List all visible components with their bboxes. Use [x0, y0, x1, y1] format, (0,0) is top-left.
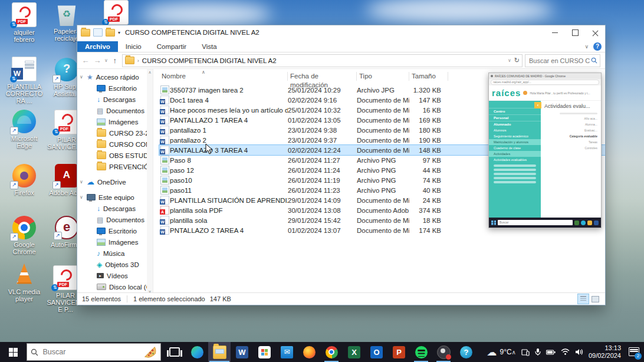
explorer-search-box[interactable]	[525, 54, 600, 67]
preview-menu-item[interactable]: Matriculación y alumnos	[489, 139, 541, 145]
breadcrumb[interactable]: CURSO COMPETENCIA DIGITAL NIVEL A2	[142, 57, 505, 64]
sidebar-item-curso-23-24-ma[interactable]: CURSO 23-24 MA	[77, 127, 153, 139]
start-button[interactable]	[0, 342, 27, 362]
sidebar-item-objetos-3d[interactable]: ◈Objetos 3D	[77, 259, 153, 270]
expand-ribbon-icon[interactable]: ∨	[584, 44, 589, 50]
desktop-icon[interactable]: ⇅alquiler febrero	[5, 2, 44, 43]
taskbar-clock[interactable]: 13:13 09/02/2024	[589, 344, 621, 360]
preview-field-label: Controles	[546, 146, 597, 150]
sidebar-item-escritorio[interactable]: Escritorio	[77, 83, 153, 94]
column-header-name[interactable]: Nombre ∧	[159, 72, 288, 81]
preview-menu-item[interactable]: Actividades	[489, 151, 541, 157]
preview-menu-item[interactable]: Actividades evaluables	[489, 157, 541, 163]
sidebar-item-documentos[interactable]: ▤Documentos	[77, 105, 153, 116]
sidebar-item-im-genes[interactable]: Imágenes	[77, 116, 153, 127]
preview-menu-item[interactable]: Centro	[489, 108, 541, 114]
thumbnails-view-button[interactable]	[590, 294, 600, 304]
shortcut-arrow-icon: ↗	[10, 280, 18, 288]
forward-icon[interactable]: →	[93, 56, 102, 65]
maximize-button[interactable]	[565, 25, 585, 40]
battery-icon[interactable]	[546, 349, 556, 356]
taskbar-app-hp-support[interactable]: ?	[455, 342, 477, 362]
taskbar-app-obs[interactable]	[432, 342, 455, 362]
taskbar-app-spotify[interactable]	[410, 342, 432, 362]
explorer-titlebar[interactable]: ▾ CURSO COMPETENCIA DIGITAL NIVEL A2	[77, 25, 605, 40]
sidebar-item-descargas[interactable]: ↓Descargas	[77, 203, 153, 214]
taskbar-search-box[interactable]	[27, 343, 162, 361]
back-icon[interactable]: ←	[81, 56, 90, 65]
navpane-scrollbar[interactable]: ∧ ∨	[147, 69, 153, 295]
taskbar-app-mail[interactable]: ✉	[275, 342, 298, 362]
desktop-icon[interactable]: ↗Google Chrome	[5, 216, 44, 255]
taskbar-app-edge[interactable]	[186, 342, 208, 362]
help-icon[interactable]: ?	[593, 42, 602, 51]
sidebar-item-disco-local-c-[interactable]: Disco local (C:)	[77, 281, 153, 292]
status-bar: 15 elementos 1 elemento seleccionado 147…	[77, 292, 605, 305]
preview-menu-item[interactable]: Seguimiento académico	[489, 133, 541, 139]
sidebar-item-escritorio[interactable]: Escritorio	[77, 225, 153, 236]
qat-dropdown-icon[interactable]: ▾	[118, 30, 120, 35]
details-view-button[interactable]	[578, 294, 589, 304]
taskbar-app-outlook[interactable]: O	[365, 342, 387, 362]
taskbar-app-word[interactable]: W	[231, 342, 253, 362]
wifi-icon[interactable]	[561, 348, 570, 356]
taskbar-search-input[interactable]	[42, 347, 141, 357]
sidebar-section-onedrive[interactable]: ∨☁OneDrive	[77, 176, 153, 187]
file-type: Archivo JPG	[357, 87, 409, 94]
close-button[interactable]	[585, 25, 605, 40]
tablet-icon[interactable]	[521, 348, 530, 356]
refresh-icon[interactable]: ↻	[514, 57, 520, 64]
sidebar-item-documentos[interactable]: ▤Documentos	[77, 214, 153, 225]
weather-widget[interactable]: ☁ 9°C	[487, 347, 511, 357]
tray-expand-icon[interactable]: ∧	[512, 349, 516, 356]
address-dropdown-icon[interactable]: ∨	[508, 58, 511, 63]
sidebar-item-m-sica[interactable]: ♪Música	[77, 248, 153, 259]
expander-icon[interactable]: ∨	[80, 195, 83, 200]
volume-icon[interactable]	[575, 348, 583, 356]
column-header-size[interactable]: Tamaño	[409, 72, 448, 81]
desktop-icon[interactable]: ⇅PLANTILLA CORRECTORA ...	[5, 57, 44, 104]
sidebar-item-im-genes[interactable]: Imágenes	[77, 236, 153, 248]
taskbar-app-powerpoint[interactable]: P	[387, 342, 410, 362]
taskbar-app-excel[interactable]: X	[343, 342, 365, 362]
taskbar-app-explorer[interactable]	[208, 342, 231, 362]
desktop-icon[interactable]: ↗VLC media player	[5, 263, 44, 302]
tab-compartir[interactable]: Compartir	[149, 41, 194, 52]
expander-icon[interactable]: ∨	[80, 179, 83, 185]
sidebar-item-descargas[interactable]: ↓Descargas	[77, 94, 153, 105]
desktop-icon[interactable]: ↗Microsoft Edge	[5, 110, 44, 149]
explorer-search-input[interactable]	[528, 57, 591, 65]
preview-menu-item[interactable]: Personal	[489, 114, 541, 121]
sidebar-item-curso-compet[interactable]: CURSO COMPET	[77, 139, 153, 150]
sidebar-item-prevenci-n-de[interactable]: PREVENCIÓN DE	[77, 161, 153, 172]
sidebar-section-acceso-r-pido[interactable]: ∨★Acceso rápido	[77, 71, 153, 83]
preview-menu-item[interactable]: Cuaderno de clase	[489, 145, 541, 151]
preview-menu-item[interactable]: Alumnado	[489, 121, 541, 127]
tab-archivo[interactable]: Archivo	[77, 41, 118, 52]
sidebar-item-v-deos[interactable]: ▸Vídeos	[77, 270, 153, 281]
sidebar-item-obs-estudio[interactable]: OBS ESTUDIO	[77, 150, 153, 161]
action-center-button[interactable]: 2	[626, 346, 639, 358]
qat-properties-button[interactable]	[93, 28, 103, 37]
sidebar-section-este-equipo[interactable]: ∨Este equipo	[77, 192, 153, 203]
desktop-icon[interactable]: ↗Firefox	[5, 164, 44, 196]
column-header-type[interactable]: Tipo	[357, 72, 409, 81]
desktop-icon[interactable]: ⇅	[97, 0, 136, 27]
preview-menu-item[interactable]: Alumnos	[489, 127, 541, 133]
address-bar[interactable]: › CURSO COMPETENCIA DIGITAL NIVEL A2 ∨ ↻	[122, 54, 523, 67]
scroll-up-icon[interactable]: ∧	[148, 70, 151, 75]
minimize-button[interactable]	[545, 25, 565, 40]
firefox-icon	[303, 346, 316, 358]
tab-vista[interactable]: Vista	[194, 41, 224, 52]
taskbar-app-task-view[interactable]	[163, 342, 186, 362]
qat-new-folder-button[interactable]	[106, 29, 115, 37]
recent-locations-icon[interactable]: ∨	[104, 58, 108, 63]
column-header-date[interactable]: Fecha de modificación	[288, 72, 357, 81]
taskbar-app-chrome[interactable]	[320, 342, 343, 362]
tab-inicio[interactable]: Inicio	[118, 41, 149, 52]
taskbar-app-store[interactable]	[253, 342, 275, 362]
up-icon[interactable]: ↑	[110, 56, 120, 65]
expander-icon[interactable]: ∨	[80, 74, 83, 80]
taskbar-app-firefox[interactable]	[298, 342, 320, 362]
microphone-icon[interactable]	[535, 348, 541, 356]
